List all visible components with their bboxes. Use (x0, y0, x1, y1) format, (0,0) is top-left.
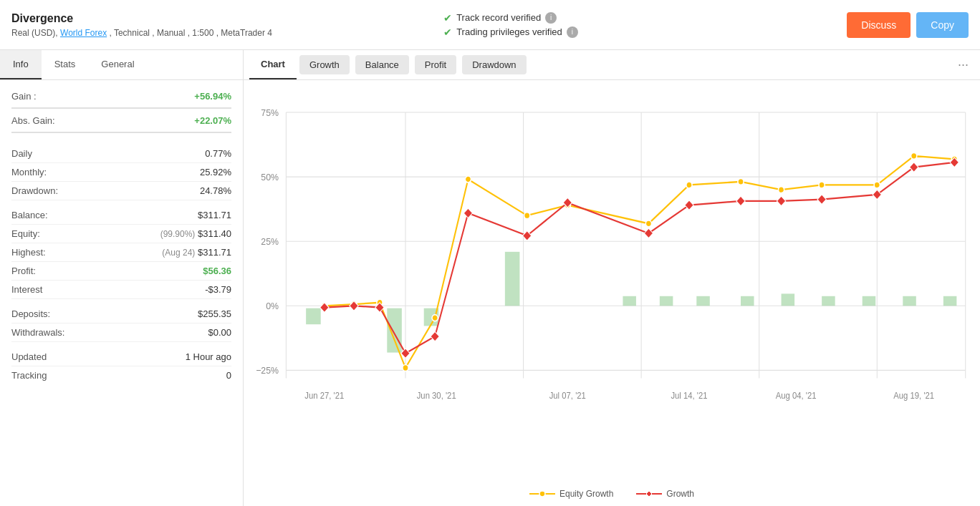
growth-point-11 (736, 196, 745, 206)
equity-growth-line (325, 156, 954, 368)
trading-privileges-info-icon[interactable]: i (567, 26, 578, 38)
svg-point-2 (539, 491, 545, 497)
chart-tab-chart[interactable]: Chart (249, 50, 297, 79)
left-tabs: Info Stats General (0, 50, 243, 80)
monthly-value: 25.92% (200, 167, 231, 177)
highest-date: (Aug 24) (162, 248, 195, 258)
x-label-jul07: Jul 07, '21 (549, 390, 587, 401)
daily-row: Daily 0.77% (11, 145, 231, 163)
tab-info[interactable]: Info (0, 50, 42, 79)
bar-11 (863, 296, 876, 306)
chart-tab-drawdown[interactable]: Drawdown (462, 55, 526, 74)
tracking-label: Tracking (11, 370, 47, 381)
highest-amount: $311.71 (198, 247, 231, 258)
growth-point-5 (431, 331, 439, 341)
interest-label: Interest (11, 284, 42, 295)
y-label-neg25: −25% (256, 364, 279, 376)
broker-link[interactable]: World Forex (60, 28, 107, 38)
drawdown-label: Drawdown: (11, 185, 58, 196)
interest-value: -$3.79 (205, 284, 231, 295)
balance-label: Balance: (11, 210, 48, 220)
header-actions: Discuss Copy (847, 12, 969, 38)
discuss-button[interactable]: Discuss (847, 12, 911, 38)
equity-label: Equity: (11, 228, 40, 239)
equity-point-9 (645, 220, 651, 227)
highest-label: Highest: (11, 247, 46, 258)
updated-row: Updated 1 Hour ago (11, 348, 231, 366)
highest-row: Highest: (Aug 24) $311.71 (11, 243, 231, 262)
abs-gain-label: Abs. Gain: (11, 115, 55, 126)
chart-tab-growth[interactable]: Growth (299, 55, 350, 74)
left-panel: Info Stats General Gain : +56.94% Abs. G… (0, 50, 244, 506)
equity-point-7 (524, 213, 530, 219)
monthly-row: Monthly: 25.92% (11, 163, 231, 182)
chart-container: 75% 50% 25% 0% −25% (244, 80, 980, 483)
growth-chart: 75% 50% 25% 0% −25% (251, 80, 973, 483)
x-label-jun30: Jun 30, '21 (417, 390, 456, 401)
track-record-verified: ✔ Track record verified i (443, 12, 557, 24)
x-label-jun27: Jun 27, '21 (304, 390, 344, 401)
account-subtitle: Real (USD), World Forex , Technical , Ma… (11, 28, 415, 38)
gain-label: Gain : (11, 91, 37, 102)
tracking-value: 0 (226, 370, 231, 381)
profit-value: $56.36 (203, 266, 231, 276)
tab-general[interactable]: General (88, 50, 147, 79)
equity-point-12 (778, 187, 784, 193)
verification-section: ✔ Track record verified i ✔ Trading priv… (415, 12, 847, 38)
bar-7 (696, 296, 710, 306)
chart-tab-balance[interactable]: Balance (355, 55, 409, 74)
bar-9 (782, 293, 795, 306)
equity-point-13 (819, 182, 825, 188)
growth-point-10 (685, 200, 693, 210)
main-content: Info Stats General Gain : +56.94% Abs. G… (0, 50, 980, 506)
tab-stats[interactable]: Stats (42, 50, 89, 79)
interest-row: Interest -$3.79 (11, 281, 231, 299)
abs-gain-value: +22.07% (194, 115, 231, 126)
bar-4 (505, 252, 520, 306)
deposits-value: $255.35 (198, 308, 231, 319)
y-label-25: 25% (261, 235, 279, 247)
equity-value: (99.90%) $311.40 (160, 228, 231, 239)
deposits-row: Deposits: $255.35 (11, 305, 231, 323)
highest-value: (Aug 24) $311.71 (162, 247, 231, 258)
right-panel: Chart Growth Balance Profit Drawdown ···… (244, 50, 980, 506)
legend-equity-label: Equity Growth (559, 489, 613, 499)
equity-point-10 (686, 182, 692, 188)
daily-label: Daily (11, 148, 32, 159)
bar-13 (943, 296, 957, 306)
updated-label: Updated (11, 351, 47, 362)
growth-point-13 (817, 195, 826, 205)
bar-12 (903, 296, 916, 306)
equity-amount: $311.40 (198, 228, 231, 239)
growth-point-14 (873, 190, 881, 200)
x-label-jul14: Jul 14, '21 (671, 390, 708, 401)
track-record-info-icon[interactable]: i (545, 12, 557, 24)
trading-privileges-verified: ✔ Trading privileges verified i (443, 26, 578, 38)
chart-tabs-bar: Chart Growth Balance Profit Drawdown ··· (244, 50, 980, 80)
stats-section: Gain : +56.94% Abs. Gain: +22.07% Daily … (0, 80, 243, 506)
withdrawals-value: $0.00 (208, 327, 231, 338)
bar-10 (822, 296, 835, 306)
bar-8 (741, 296, 754, 306)
tracking-row: Tracking 0 (11, 366, 231, 384)
chart-tab-profit[interactable]: Profit (415, 55, 456, 74)
legend-growth: Growth (636, 489, 694, 499)
y-label-50: 50% (261, 171, 279, 183)
chart-legend: Equity Growth Growth (244, 483, 980, 506)
header-left: Divergence Real (USD), World Forex , Tec… (11, 12, 415, 38)
svg-marker-4 (646, 491, 652, 497)
legend-growth-label: Growth (666, 489, 694, 499)
legend-equity-growth: Equity Growth (529, 489, 613, 499)
y-label-0: 0% (266, 300, 279, 311)
x-label-aug04: Aug 04, '21 (776, 390, 817, 401)
gain-value: +56.94% (194, 91, 231, 102)
equity-point-6 (465, 176, 471, 183)
balance-row: Balance: $311.71 (11, 206, 231, 225)
growth-point-12 (777, 196, 785, 206)
daily-value: 0.77% (205, 148, 231, 159)
copy-button[interactable]: Copy (916, 12, 969, 38)
growth-point-4 (401, 349, 410, 359)
more-options-button[interactable]: ··· (952, 52, 974, 78)
legend-growth-icon (636, 489, 662, 499)
equity-pct: (99.90%) (160, 229, 196, 239)
